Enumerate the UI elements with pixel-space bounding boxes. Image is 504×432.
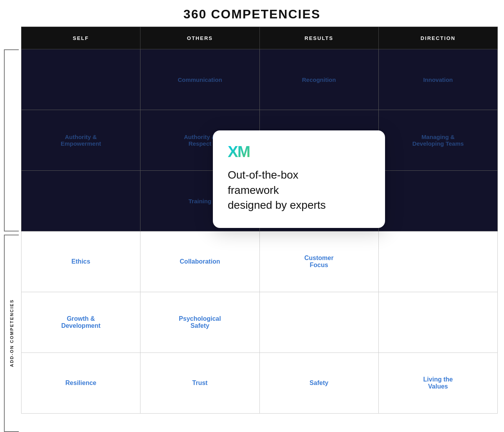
col-header-direction: DIRECTION <box>379 27 498 49</box>
col-header-results: RESULTS <box>260 27 379 49</box>
cell-r1c2: Communication <box>140 49 259 110</box>
cell-r4c3: Customer Focus <box>260 231 379 292</box>
cell-r1c1 <box>22 49 140 110</box>
page-title: 360 COMPETENCIES <box>0 0 504 25</box>
xm-description: Out-of-the-box framework designed by exp… <box>228 168 370 213</box>
cell-r4c2: Collaboration <box>140 231 259 292</box>
cell-r5c2: Psychological Safety <box>140 292 259 353</box>
cell-r6c1: Resilience <box>22 353 140 414</box>
cell-r5c4 <box>379 292 498 353</box>
cell-r2c4: Managing & Developing Teams <box>379 110 498 171</box>
bottom-section-label: ADD-ON COMPETENCIES <box>4 235 19 432</box>
cell-r2c1: Authority & Empowerment <box>22 110 140 171</box>
cell-r5c3 <box>260 292 379 353</box>
cell-r1c4: Innovation <box>379 49 498 110</box>
cell-r3c1 <box>22 171 140 231</box>
cell-r5c1: Growth & Development <box>22 292 140 353</box>
cell-r1c3: Recognition <box>260 49 379 110</box>
xm-logo: XM <box>228 143 370 161</box>
top-section-label <box>4 49 19 231</box>
cell-r6c3: Safety <box>260 353 379 414</box>
cell-r6c4: Living the Values <box>379 353 498 414</box>
cell-r4c4 <box>379 231 498 292</box>
xm-popup-card: XM Out-of-the-box framework designed by … <box>213 130 385 228</box>
col-header-self: SELF <box>22 27 140 49</box>
page-container: 360 COMPETENCIES ADD-ON COMPETENCIES SEL… <box>0 0 504 432</box>
cell-r3c4 <box>379 171 498 231</box>
cell-r4c1: Ethics <box>22 231 140 292</box>
cell-r6c2: Trust <box>140 353 259 414</box>
col-header-others: OTHERS <box>140 27 259 49</box>
